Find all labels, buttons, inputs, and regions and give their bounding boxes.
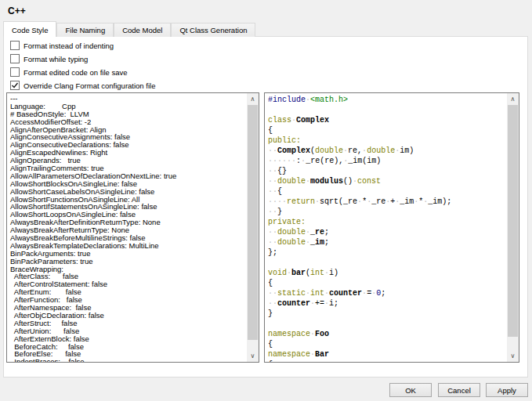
checkbox-unchecked-icon[interactable] [10,41,20,50]
code-line: } [268,309,507,319]
checkbox-label: Format edited code on file save [24,68,128,77]
checkbox-row-format-while-typing[interactable]: Format while typing [10,53,88,64]
scroll-down-icon[interactable]: ∨ [507,350,519,362]
checkbox-row-override-clang-format[interactable]: Override Clang Format configuration file [10,80,155,91]
code-line: { [268,359,507,362]
code-line [268,105,507,115]
tab-code-model[interactable]: Code Model [114,23,171,37]
checkbox-unchecked-icon[interactable] [10,67,20,77]
code-preview-text: #include·<math.h> class·Complex{public:·… [265,93,507,362]
checkbox-row-format-on-save[interactable]: Format edited code on file save [10,67,128,78]
scroll-up-icon[interactable]: ∧ [247,93,259,105]
tab-file-naming[interactable]: File Naming [56,23,114,37]
config-scrollbar-thumb[interactable] [248,105,258,340]
code-line: { [268,278,507,288]
preview-scrollbar[interactable]: ∧ ∨ [507,93,519,362]
code-line: ··double·_im; [268,237,507,247]
code-line: ··counter·+=·i; [268,298,507,309]
scroll-up-icon[interactable]: ∧ [507,93,519,105]
tab-code-style[interactable]: Code Style [3,21,56,37]
checkbox-checked-icon[interactable] [10,81,20,90]
code-line: { [268,125,507,135]
code-line: ······:·_re(re),·_im(im) [268,156,507,166]
clang-config-editor[interactable]: ---Language: Cpp# BasedOnStyle: LLVMAcce… [6,92,259,363]
code-line: ····return·sqrt(_re·*·_re·+·_im·*·_im); [268,197,507,207]
code-line [268,258,507,268]
code-line: public: [268,135,507,146]
code-line: ··double·modulus()·const [268,176,507,186]
ok-button[interactable]: OK [389,383,432,397]
page-title: C++ [8,5,26,16]
code-line: ··double·_re; [268,227,507,237]
checkbox-label: Override Clang Format configuration file [24,81,155,90]
checkbox-label: Format while typing [24,55,88,63]
config-scrollbar[interactable]: ∧ ∨ [247,93,259,362]
checkbox-label: Format instead of indenting [24,42,114,50]
code-preview-editor[interactable]: #include·<math.h> class·Complex{public:·… [264,92,519,363]
checkbox-unchecked-icon[interactable] [10,54,20,63]
scroll-down-icon[interactable]: ∨ [247,350,259,362]
code-line: class·Complex [268,115,507,125]
code-line: ··{} [268,166,507,176]
code-line: void·bar(int·i) [268,268,507,278]
code-line [268,319,507,329]
code-line: private: [268,217,507,227]
config-line: IndentBraces: false [10,358,247,362]
code-line: namespace·Bar [268,349,507,359]
code-line: namespace·Foo [268,329,507,339]
checkbox-row-format-instead-of-indenting[interactable]: Format instead of indenting [10,40,114,51]
tab-qt-class-generation[interactable]: Qt Class Generation [171,23,255,37]
code-line: ··} [268,207,507,217]
apply-button[interactable]: Apply [486,383,528,397]
code-line: { [268,339,507,349]
preview-scrollbar-thumb[interactable] [508,105,518,337]
cancel-button[interactable]: Cancel [438,383,480,397]
tab-bar: Code StyleFile NamingCode ModelQt Class … [3,21,255,37]
cpp-code-style-dialog: C++ Code StyleFile NamingCode ModelQt Cl… [0,0,532,401]
code-line: ··{ [268,186,507,197]
code-line: }; [268,247,507,258]
clang-config-text: ---Language: Cpp# BasedOnStyle: LLVMAcce… [7,93,247,362]
code-line: #include·<math.h> [268,95,507,105]
code-line: ··static·int·counter·=·0; [268,288,507,298]
code-line: ··Complex(double·re,·double·im) [268,146,507,156]
